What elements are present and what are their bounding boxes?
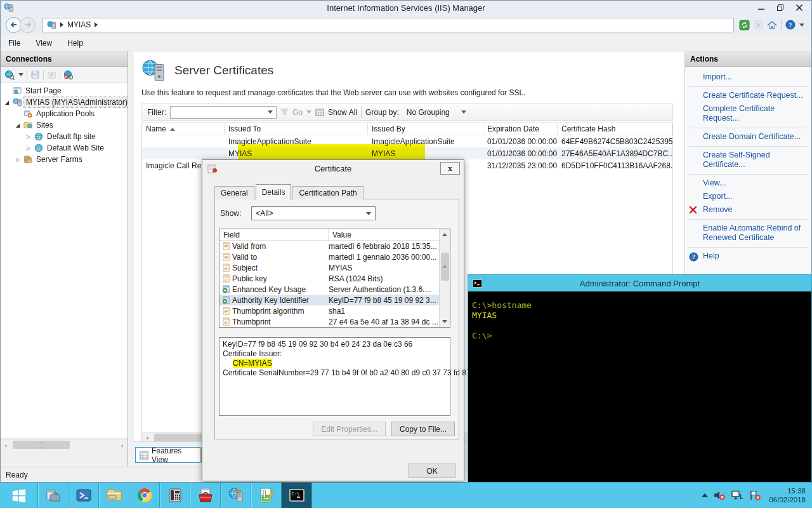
- breadcrumb-arrow-icon[interactable]: [60, 22, 63, 27]
- breadcrumb-server[interactable]: MYIAS: [67, 20, 91, 29]
- field-row[interactable]: Subject MYIAS: [219, 262, 450, 273]
- column-value[interactable]: Value: [329, 229, 355, 240]
- tab-general[interactable]: General: [214, 186, 254, 199]
- tree-expander-icon[interactable]: [25, 134, 32, 140]
- tray-expand-icon[interactable]: [702, 493, 708, 497]
- column-name[interactable]: Name: [142, 123, 225, 135]
- taskbar-app-button[interactable]: [190, 483, 221, 508]
- close-button[interactable]: [790, 1, 809, 15]
- network-icon[interactable]: [731, 490, 743, 501]
- show-all-button[interactable]: Show All: [328, 108, 357, 117]
- group-by-select[interactable]: No Grouping: [403, 107, 470, 118]
- action-item[interactable]: Complete Certificate Request...: [689, 102, 808, 125]
- column-issued-to[interactable]: Issued To: [225, 123, 368, 135]
- create-connection-caret[interactable]: [18, 73, 23, 76]
- tree-item[interactable]: Start Page: [1, 85, 128, 97]
- delete-connection-icon[interactable]: [63, 70, 74, 80]
- show-select[interactable]: <All>: [251, 206, 376, 220]
- field-row[interactable]: Thumbprint 27 e4 6a 5e 40 af 1a 38 94 dc…: [219, 316, 450, 327]
- field-row[interactable]: Authority Key Identifier KeyID=77 f9 b8 …: [219, 295, 450, 305]
- action-item[interactable]: Create Certificate Request...: [689, 86, 808, 102]
- go-caret[interactable]: [306, 110, 311, 114]
- tab-features-view[interactable]: Features View: [135, 447, 200, 463]
- up-connection-icon[interactable]: [47, 70, 56, 79]
- taskbar-app-button[interactable]: [129, 483, 160, 508]
- taskbar-app-button[interactable]: [160, 483, 190, 508]
- tree-item[interactable]: Server Farms: [1, 154, 128, 165]
- scrollbar-thumb[interactable]: [13, 441, 70, 449]
- field-icon: [219, 296, 232, 304]
- scrollbar-thumb[interactable]: [441, 253, 449, 281]
- taskbar-app-button[interactable]: [38, 483, 69, 508]
- taskbar-app-button[interactable]: [99, 483, 129, 508]
- connections-hscrollbar[interactable]: ‹ ›: [1, 439, 128, 450]
- tree-expander-icon[interactable]: [3, 100, 11, 105]
- tree-item[interactable]: Default ftp site: [1, 131, 128, 142]
- filter-input[interactable]: [170, 106, 277, 119]
- terminal-line: [472, 321, 811, 331]
- taskbar-app-button[interactable]: C:\: [282, 483, 312, 508]
- ok-button[interactable]: OK: [409, 464, 455, 478]
- tree-expander-icon[interactable]: [14, 157, 22, 163]
- taskbar-app-button[interactable]: [69, 483, 99, 508]
- action-item[interactable]: Enable Automatic Rebind of Renewed Certi…: [689, 219, 808, 244]
- tab-details[interactable]: Details: [256, 184, 292, 200]
- menu-item[interactable]: View: [28, 36, 60, 50]
- tree-expander-icon[interactable]: [14, 123, 22, 128]
- tree-item[interactable]: MYIAS (MYIAS\Administrator): [1, 97, 128, 108]
- tree-expander-icon[interactable]: [25, 145, 32, 151]
- menu-item[interactable]: File: [1, 36, 28, 50]
- breadcrumb[interactable]: MYIAS: [43, 18, 734, 32]
- column-hash[interactable]: Certificate Hash: [558, 123, 672, 135]
- refresh-button[interactable]: [739, 20, 750, 30]
- go-button[interactable]: Go: [292, 108, 303, 117]
- scroll-right-icon[interactable]: ›: [117, 439, 128, 450]
- field-row[interactable]: Enhanced Key Usage Server Authentication…: [219, 284, 450, 295]
- action-item[interactable]: Import...: [689, 70, 808, 84]
- save-connections-icon[interactable]: [30, 70, 40, 79]
- fields-vscrollbar[interactable]: [439, 229, 450, 327]
- column-expiration[interactable]: Expiration Date: [483, 123, 558, 135]
- create-connection-icon[interactable]: [4, 70, 15, 80]
- menu-item[interactable]: Help: [60, 36, 91, 50]
- volume-muted-icon[interactable]: [713, 490, 726, 501]
- field-row[interactable]: Thumbprint algorithm sha1: [219, 305, 450, 316]
- field-row[interactable]: Valid from martedì 6 febbraio 2018 15:35…: [219, 241, 450, 251]
- scroll-up-icon[interactable]: [442, 233, 447, 236]
- stop-button[interactable]: [754, 20, 763, 30]
- edit-properties-button[interactable]: Edit Properties...: [313, 422, 386, 436]
- forward-button[interactable]: [20, 17, 36, 33]
- home-button[interactable]: [767, 20, 777, 30]
- breadcrumb-arrow-icon[interactable]: [95, 22, 98, 27]
- action-item[interactable]: View...: [689, 174, 808, 190]
- taskbar-app-button[interactable]: [221, 483, 251, 508]
- scroll-down-icon[interactable]: [442, 320, 447, 323]
- connections-panel: Connections Start Page MYIAS (MYIAS\Admi…: [1, 51, 128, 467]
- action-item[interactable]: Export...: [689, 190, 808, 203]
- field-row[interactable]: Valid to martedì 1 gennaio 2036 00:00...: [219, 251, 450, 262]
- start-button[interactable]: [0, 483, 38, 508]
- taskbar-app-button[interactable]: ++: [251, 483, 282, 508]
- field-row[interactable]: Public key RSA (1024 Bits): [219, 273, 450, 284]
- terminal-body[interactable]: C:\>hostnameMYIASC:\>: [468, 291, 811, 482]
- copy-to-file-button[interactable]: Copy to File...: [391, 422, 455, 436]
- tab-certification-path[interactable]: Certification Path: [292, 186, 363, 199]
- action-item[interactable]: Create Domain Certificate...: [689, 128, 808, 144]
- action-item[interactable]: Create Self-Signed Certificate...: [689, 146, 808, 171]
- dialog-close-button[interactable]: x: [440, 162, 460, 175]
- action-item[interactable]: Remove: [689, 203, 808, 217]
- action-item[interactable]: ? Help: [689, 247, 808, 264]
- column-issued-by[interactable]: Issued By: [368, 123, 483, 135]
- tree-item[interactable]: Application Pools: [1, 108, 128, 119]
- action-center-flag-icon[interactable]: [749, 490, 761, 501]
- restore-button[interactable]: [771, 1, 790, 15]
- help-button[interactable]: ?: [785, 20, 796, 30]
- tray-clock[interactable]: 15:38 06/02/2018: [766, 486, 806, 504]
- column-field[interactable]: Field: [219, 229, 329, 240]
- tree-item[interactable]: Default Web Site: [1, 142, 128, 154]
- scroll-left-icon[interactable]: ‹: [1, 439, 11, 450]
- minimize-button[interactable]: [752, 1, 771, 15]
- show-all-icon: [315, 108, 324, 117]
- help-dropdown-caret[interactable]: [799, 23, 804, 27]
- tree-item[interactable]: Sites: [1, 119, 128, 131]
